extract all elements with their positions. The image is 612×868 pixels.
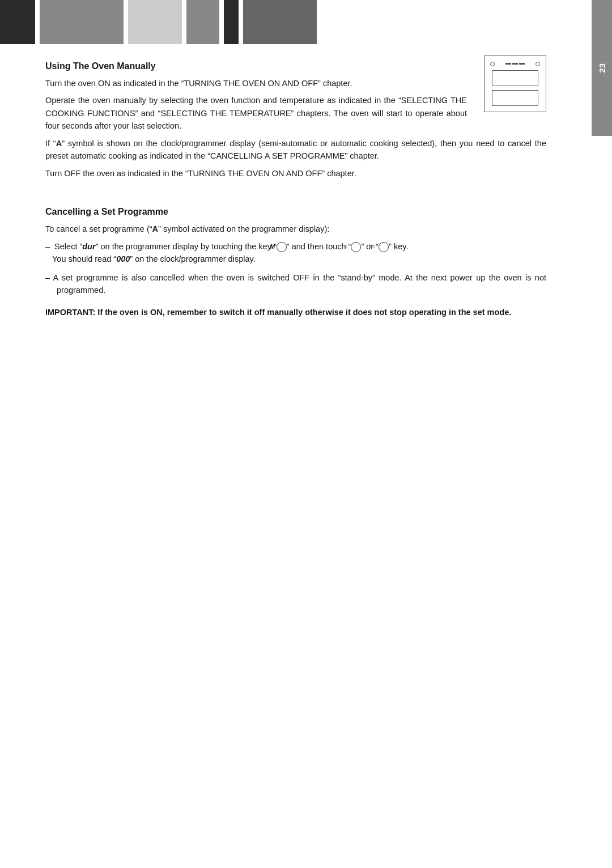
dash-1: – xyxy=(45,242,50,251)
using-oven-para4: Turn OFF the oven as indicated in the “T… xyxy=(45,167,546,180)
cancelling-item-2: – A set programme is also cancelled when… xyxy=(45,271,546,297)
section-spacer xyxy=(45,184,546,207)
bar-gap-end xyxy=(317,0,612,44)
using-oven-heading: Using The Oven Manually xyxy=(45,61,546,71)
main-content: Using The Oven Manually Turn the oven ON… xyxy=(0,44,592,341)
oven-knob-left xyxy=(490,62,495,66)
using-oven-para2: Operate the oven manually by selecting t… xyxy=(45,94,546,132)
oven-dashes xyxy=(505,63,525,65)
bar-gap-5 xyxy=(239,0,243,44)
bar-seg-1 xyxy=(0,0,35,44)
bar-seg-4 xyxy=(186,0,219,44)
oven-dash-3 xyxy=(519,63,525,65)
oven-diagram xyxy=(484,56,546,112)
circle-symbol-2: ○○ xyxy=(379,242,389,252)
top-decorative-bar xyxy=(0,0,612,44)
page-number: 23 xyxy=(597,63,607,73)
using-oven-section: Using The Oven Manually Turn the oven ON… xyxy=(45,61,546,184)
cancelling-item-1: – Select “dur” on the programmer display… xyxy=(45,240,546,266)
bar-seg-6 xyxy=(243,0,317,44)
bar-seg-2 xyxy=(40,0,124,44)
important-text: IMPORTANT: If the oven is ON, remember t… xyxy=(45,306,546,318)
bar-gap-2 xyxy=(124,0,128,44)
bar-seg-3 xyxy=(128,0,182,44)
bar-gap-1 xyxy=(35,0,40,44)
oven-inner-box xyxy=(492,70,538,86)
page-tab: 23 xyxy=(592,0,612,136)
bar-seg-5 xyxy=(224,0,239,44)
oven-dash-2 xyxy=(512,63,518,65)
bar-gap-3 xyxy=(182,0,186,44)
m-symbol: M xyxy=(277,242,287,252)
oven-bottom-rect xyxy=(492,90,538,106)
cancelling-intro: To cancel a set programme (“A” symbol ac… xyxy=(45,223,546,235)
using-oven-para1: Turn the oven ON as indicated in the “TU… xyxy=(45,77,546,90)
item1-subtext: You should read “000” on the clock/progr… xyxy=(57,253,256,265)
cancelling-heading: Cancelling a Set Programme xyxy=(45,207,546,217)
bar-gap-4 xyxy=(219,0,224,44)
using-oven-para3: If “A” symbol is shown on the clock/prog… xyxy=(45,137,546,163)
oven-knob-right xyxy=(536,62,540,66)
oven-dash-1 xyxy=(505,63,511,65)
circle-symbol-1: ○ xyxy=(351,242,361,252)
cancelling-section: Cancelling a Set Programme To cancel a s… xyxy=(45,207,546,318)
